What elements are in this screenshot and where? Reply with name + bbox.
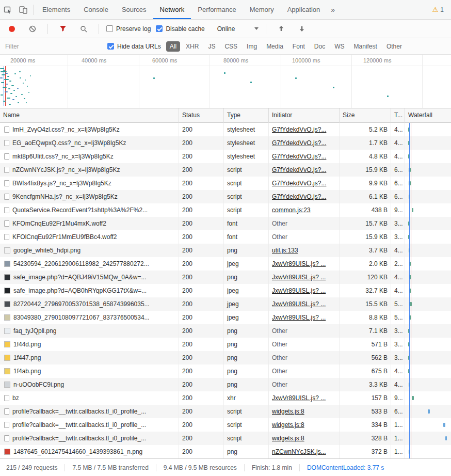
column-header-type[interactable]: Type (224, 108, 269, 123)
request-row[interactable]: KFOmCnqEu92Fr1Mu4mxK.woff2200fontOther15… (0, 217, 451, 230)
request-row[interactable]: safe_image.php?d=AQBJ49iV15MQw_0A&w=...2… (0, 271, 451, 284)
filter-pill-font[interactable]: Font (289, 41, 309, 52)
filter-pill-doc[interactable]: Doc (311, 41, 329, 52)
tab-sources[interactable]: Sources (115, 0, 153, 19)
initiator-link[interactable]: JxwVr89UISL.js? ... (272, 287, 326, 294)
initiator-link[interactable]: JxwVr89UISL.js? ... (272, 394, 326, 402)
column-header-waterfall[interactable]: Waterfall (405, 108, 451, 123)
tab-performance[interactable]: Performance (191, 0, 243, 19)
initiator-link[interactable]: G7fYdekdVvO.js?... (272, 126, 326, 133)
request-row[interactable]: bz200xhrJxwVr89UISL.js? ...157 B9... (0, 391, 451, 405)
initiator-link[interactable]: util.js:133 (272, 247, 298, 254)
filter-toggle-button[interactable] (55, 22, 71, 36)
throttling-dropdown[interactable]: Online (217, 25, 259, 33)
request-row[interactable]: EG_aoEQwpxQ.css?_nc_x=Ij3Wp8Ig5Kz200styl… (0, 136, 451, 150)
filter-pill-manifest[interactable]: Manifest (350, 41, 381, 52)
overview-gridline (139, 55, 139, 108)
request-row[interactable]: 83049380_2790108097721067_837376500534..… (0, 311, 451, 324)
request-row[interactable]: google_white5_hdpi.png200pngutil.js:1333… (0, 244, 451, 257)
network-overview-timeline[interactable]: 20000 ms40000 ms60000 ms80000 ms100000 m… (0, 55, 451, 108)
cell-time: 6... (391, 177, 405, 190)
checkbox-icon[interactable] (156, 25, 163, 32)
tab-elements[interactable]: Elements (36, 0, 77, 19)
initiator-link[interactable]: nZCwnNYcJSK.js... (272, 448, 326, 455)
request-row[interactable]: profile?callback=__twttr.callbacks.tl_i0… (0, 432, 451, 445)
filter-pill-js[interactable]: JS (204, 41, 219, 52)
request-row[interactable]: faq_tyJQpll.png200pngOther7.1 KB3... (0, 324, 451, 338)
initiator-link[interactable]: widgets.js:8 (272, 421, 304, 429)
filter-pill-media[interactable]: Media (263, 41, 287, 52)
record-button[interactable] (4, 22, 20, 36)
filter-pill-ws[interactable]: WS (331, 41, 348, 52)
initiator-link[interactable]: G7fYdekdVvO.js?... (272, 153, 326, 160)
request-row[interactable]: 1f447.png200pngOther562 B3... (0, 351, 451, 364)
checkbox-icon[interactable] (106, 25, 113, 32)
preserve-log-checkbox[interactable]: Preserve log (106, 25, 151, 33)
request-row[interactable]: 1487645_6012475414660_1439393861_n.png20… (0, 445, 451, 458)
more-tabs-icon[interactable]: » (327, 6, 339, 14)
request-row[interactable]: n-uOOobFC9i.png200pngOther3.3 KB4... (0, 378, 451, 391)
filter-pill-other[interactable]: Other (383, 41, 406, 52)
tab-memory[interactable]: Memory (243, 0, 281, 19)
filter-pill-img[interactable]: Img (243, 41, 261, 52)
tab-console[interactable]: Console (77, 0, 115, 19)
filter-pill-css[interactable]: CSS (221, 41, 241, 52)
filter-input[interactable] (4, 42, 102, 51)
request-row[interactable]: profile?callback=__twttr.callbacks.tl_i0… (0, 405, 451, 418)
warning-badge[interactable]: ⚠ 1 (432, 6, 444, 13)
request-row[interactable]: 54230594_2206129006118982_242577880272..… (0, 257, 451, 271)
initiator-link[interactable]: G7fYdekdVvO.js?... (272, 139, 326, 147)
initiator-link[interactable]: G7fYdekdVvO.js?... (272, 180, 326, 187)
initiator-link[interactable]: widgets.js:8 (272, 408, 304, 415)
column-header-initiator[interactable]: Initiator (269, 108, 340, 123)
cell-type: script (224, 190, 269, 203)
initiator-link[interactable]: JxwVr89UISL.js? ... (272, 300, 326, 308)
hide-data-urls-checkbox[interactable]: Hide data URLs (107, 43, 161, 50)
initiator-link[interactable]: JxwVr89UISL.js? ... (272, 274, 326, 281)
request-row[interactable]: mkt8p6UIitt.css?_nc_x=Ij3Wp8Ig5Kz200styl… (0, 150, 451, 163)
request-row[interactable]: 1f44d.png200pngOther571 B3... (0, 338, 451, 351)
disable-cache-checkbox[interactable]: Disable cache (156, 25, 204, 33)
overview-time-label: 80000 ms (223, 57, 248, 64)
tab-network[interactable]: Network (153, 0, 191, 19)
export-har-button[interactable] (294, 22, 310, 36)
filter-pill-xhr[interactable]: XHR (182, 41, 202, 52)
initiator-link[interactable]: JxwVr89UISL.js? ... (272, 260, 326, 267)
request-row[interactable]: 9KencfgmNHa.js?_nc_x=Ij3Wp8Ig5Kz200scrip… (0, 190, 451, 203)
initiator-link[interactable]: G7fYdekdVvO.js?... (272, 193, 326, 200)
request-row[interactable]: QuotaService.RecordEvent?1shttp%3A%2F%2.… (0, 203, 451, 217)
initiator-link[interactable]: common.js:23 (272, 207, 311, 214)
initiator-link[interactable]: JxwVr89UISL.js? ... (272, 314, 326, 321)
request-row[interactable]: 82720442_2796970053701538_658743996035..… (0, 297, 451, 311)
request-row[interactable]: KFOlCnqEu92Fr1MmEU9fBBc4.woff2200fontOth… (0, 230, 451, 244)
request-name: profile?callback=__twttr.callbacks.tl_i0… (12, 432, 146, 445)
tab-application[interactable]: Application (281, 0, 327, 19)
checkbox-icon[interactable] (107, 43, 114, 50)
filter-pill-all[interactable]: All (166, 41, 180, 52)
cell-status: 200 (179, 391, 224, 405)
request-row[interactable]: profile?callback=__twttr.callbacks.tl_i0… (0, 418, 451, 432)
initiator-link[interactable]: G7fYdekdVvO.js?... (272, 166, 326, 173)
device-toolbar-icon[interactable] (15, 3, 31, 17)
column-header-name[interactable]: Name (0, 108, 179, 123)
inspect-element-icon[interactable] (0, 3, 15, 17)
column-header-size[interactable]: Size (340, 108, 391, 123)
column-header-t[interactable]: T... (391, 108, 405, 123)
request-row[interactable]: 1f4ab.png200pngOther675 B4... (0, 364, 451, 378)
cell-type: stylesheet (224, 123, 269, 136)
request-row[interactable]: ImH_ZvyO4zl.css?_nc_x=Ij3Wp8Ig5Kz200styl… (0, 123, 451, 136)
initiator-link[interactable]: widgets.js:8 (272, 435, 304, 442)
clear-button[interactable] (25, 22, 40, 36)
request-row[interactable]: BWfs4fix8ys.js?_nc_x=Ij3Wp8Ig5Kz200scrip… (0, 177, 451, 190)
request-row[interactable]: safe_image.php?d=AQB0hRYqpKGG17tX&w=...2… (0, 284, 451, 297)
cell-waterfall (405, 364, 451, 378)
cell-initiator: JxwVr89UISL.js? ... (269, 284, 340, 297)
cell-waterfall (405, 150, 451, 163)
request-row[interactable]: nZCwnNYcJSK.js?_nc_x=Ij3Wp8Ig5Kz200scrip… (0, 163, 451, 177)
cell-waterfall (405, 418, 451, 432)
import-har-button[interactable] (273, 22, 289, 36)
cell-name: profile?callback=__twttr.callbacks.tl_i0… (0, 418, 179, 432)
column-header-status[interactable]: Status (179, 108, 224, 123)
image-thumbnail-icon (4, 328, 10, 334)
search-button[interactable] (76, 22, 91, 36)
